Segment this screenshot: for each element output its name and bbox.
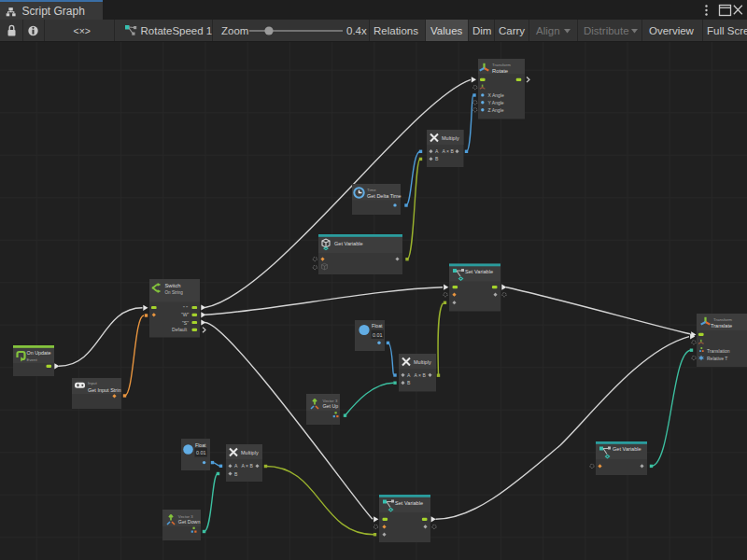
svg-text:" ": " " [183, 305, 188, 311]
svg-text:Translation: Translation [707, 348, 730, 354]
svg-text:On Update: On Update [27, 350, 51, 356]
svg-text:B: B [234, 471, 238, 477]
svg-text:RotateSpeed 1: RotateSpeed 1 [141, 25, 213, 36]
svg-text:Transform: Transform [492, 63, 511, 67]
svg-text:Vector 3: Vector 3 [323, 399, 338, 403]
svg-text:Float: Float [372, 323, 383, 329]
svg-text:Input: Input [88, 381, 98, 385]
svg-text:Zoom: Zoom [221, 25, 248, 36]
svg-text:Switch: Switch [165, 283, 181, 288]
svg-text:Rotate: Rotate [492, 68, 508, 74]
svg-text:Get Delta Time: Get Delta Time [367, 193, 402, 199]
svg-text:Get Up: Get Up [323, 403, 339, 409]
svg-text:A: A [407, 372, 411, 378]
svg-text:Full Scre: Full Scre [707, 25, 747, 36]
svg-text:Dim: Dim [472, 25, 491, 36]
svg-text:Event: Event [27, 357, 38, 362]
svg-text:A × B: A × B [415, 372, 427, 378]
svg-text:Get Input Strin: Get Input Strin [88, 387, 120, 393]
svg-text:"S": "S" [182, 320, 189, 326]
svg-text:<×>: <×> [74, 25, 91, 36]
svg-text:Relative T: Relative T [707, 356, 727, 361]
svg-text:Carry: Carry [499, 25, 525, 36]
svg-text:X Angle: X Angle [488, 92, 504, 98]
svg-text:Multiply: Multiply [414, 359, 431, 365]
svg-text:Script Graph: Script Graph [22, 5, 85, 18]
svg-text:Get Variable: Get Variable [334, 241, 363, 246]
svg-text:Y Angle: Y Angle [488, 100, 504, 105]
svg-text:Float: Float [195, 442, 206, 448]
svg-text:Overview: Overview [649, 25, 695, 36]
svg-text:Set Variable: Set Variable [395, 500, 423, 506]
svg-text:0.01: 0.01 [373, 332, 383, 338]
svg-text:Z Angle: Z Angle [488, 107, 504, 113]
svg-text:Multiply: Multiply [442, 135, 459, 141]
svg-text:A: A [234, 463, 238, 469]
svg-text:Relations: Relations [374, 25, 418, 36]
svg-text:On String: On String [165, 290, 184, 295]
svg-text:Translate: Translate [711, 323, 732, 329]
svg-text:A: A [435, 148, 439, 154]
svg-text:Default: Default [172, 327, 188, 332]
svg-text:"W": "W" [181, 312, 190, 317]
svg-text:Get Variable: Get Variable [613, 446, 641, 452]
svg-text:A × B: A × B [242, 463, 254, 469]
svg-text:Align: Align [536, 25, 560, 36]
svg-text:B: B [407, 380, 411, 385]
svg-text:Set Variable: Set Variable [465, 269, 493, 274]
svg-text:Vector 3: Vector 3 [178, 514, 193, 519]
svg-text:Transform: Transform [713, 317, 732, 322]
svg-text:Values: Values [430, 25, 463, 36]
svg-text:Multiply: Multiply [241, 450, 259, 455]
svg-text:0.4x: 0.4x [346, 25, 367, 36]
svg-text:Distribute: Distribute [584, 25, 629, 36]
svg-text:Time: Time [367, 188, 376, 192]
svg-text:A × B: A × B [443, 148, 455, 154]
svg-text:Get Down: Get Down [178, 519, 201, 525]
svg-text:0.01: 0.01 [196, 450, 206, 455]
svg-text:B: B [435, 156, 439, 161]
